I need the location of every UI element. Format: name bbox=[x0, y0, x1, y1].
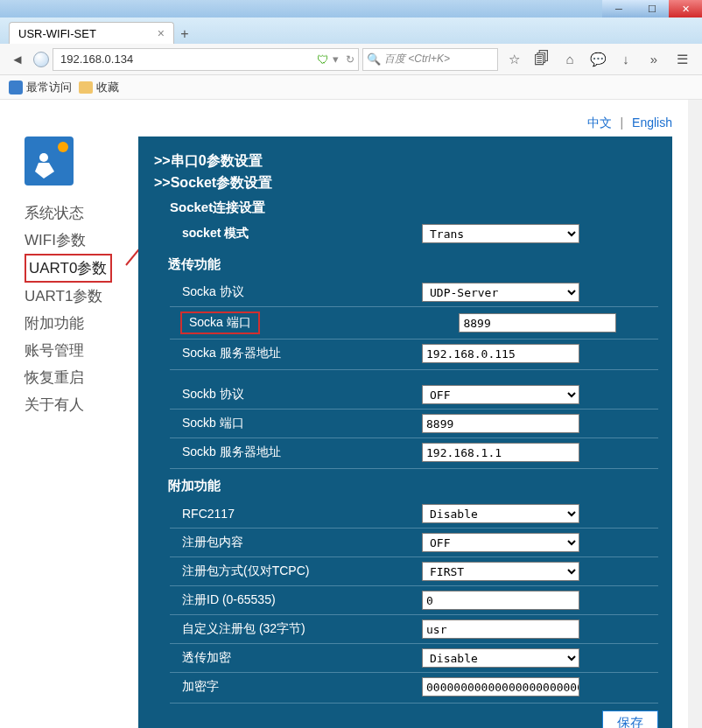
reg-custom-label: 自定义注册包 (32字节) bbox=[170, 621, 422, 637]
socket-mode-select[interactable]: Trans bbox=[422, 224, 579, 243]
sockb-proto-select[interactable]: OFF bbox=[422, 385, 579, 404]
passthru-heading: 透传功能 bbox=[168, 256, 658, 273]
sockb-proto-label: Sockb 协议 bbox=[170, 387, 422, 402]
socka-proto-select[interactable]: UDP-Server bbox=[422, 283, 579, 302]
brand-logo bbox=[25, 136, 74, 186]
home-icon[interactable]: ⌂ bbox=[558, 47, 582, 72]
search-icon: 🔍 bbox=[367, 52, 381, 66]
socka-port-input[interactable] bbox=[459, 313, 616, 332]
tab-title: USR-WIFI-SET bbox=[18, 27, 96, 40]
lang-sep: | bbox=[615, 116, 629, 130]
sockb-server-label: Sockb 服务器地址 bbox=[170, 444, 422, 460]
sidebar-item-4[interactable]: 附加功能 bbox=[25, 310, 121, 337]
security-shield-icon[interactable]: 🛡 bbox=[317, 52, 329, 66]
lang-zh-link[interactable]: 中文 bbox=[587, 116, 612, 130]
search-bar[interactable]: 🔍 百度 <Ctrl+K> bbox=[362, 48, 498, 71]
socket-conn-heading: Socket连接设置 bbox=[170, 200, 658, 216]
bookmark-most-visited[interactable]: 最常访问 bbox=[9, 80, 72, 95]
sockb-port-label: Sockb 端口 bbox=[170, 416, 422, 431]
lang-en-link[interactable]: English bbox=[632, 116, 672, 130]
menu-icon[interactable]: ☰ bbox=[670, 47, 694, 72]
dropdown-icon[interactable]: ▾ bbox=[329, 52, 342, 66]
reg-id-label: 注册ID (0-65535) bbox=[170, 592, 422, 608]
rfc-select[interactable]: Disable bbox=[422, 504, 579, 523]
bookmarks-bar: 最常访问 收藏 bbox=[0, 75, 702, 100]
reg-custom-input[interactable] bbox=[422, 620, 579, 639]
socka-server-label: Socka 服务器地址 bbox=[170, 346, 422, 361]
sidebar-item-3[interactable]: UART1参数 bbox=[25, 283, 121, 310]
browser-tab[interactable]: USR-WIFI-SET × bbox=[9, 22, 174, 44]
sockb-server-input[interactable] bbox=[422, 443, 579, 462]
new-tab-button[interactable]: + bbox=[174, 24, 195, 44]
browser-tabbar: USR-WIFI-SET × + bbox=[0, 18, 702, 44]
window-minimize-button[interactable]: ─ bbox=[602, 0, 635, 18]
key-input[interactable] bbox=[422, 677, 579, 696]
sidebar-item-5[interactable]: 账号管理 bbox=[25, 337, 121, 364]
language-switch: 中文 | English bbox=[25, 116, 672, 131]
breadcrumb-2: >>Socket参数设置 bbox=[154, 175, 272, 190]
tab-close-icon[interactable]: × bbox=[158, 26, 165, 40]
extra-heading: 附加功能 bbox=[168, 478, 658, 494]
page-body: 中文 | English 系统状态WIFI参数UART0参数UART1参数附加功… bbox=[0, 100, 702, 728]
search-hint: 百度 <Ctrl+K> bbox=[381, 52, 450, 66]
reg-content-select[interactable]: OFF bbox=[422, 533, 579, 552]
vertical-scrollbar[interactable] bbox=[688, 100, 702, 728]
address-bar[interactable]: 192.168.0.134 🛡 ▾ ↻ bbox=[53, 48, 359, 71]
socka-proto-label: Socka 协议 bbox=[170, 284, 422, 300]
bookmark-icon bbox=[9, 80, 23, 94]
sockb-port-input[interactable] bbox=[422, 414, 579, 433]
browser-toolbar: ◄ 192.168.0.134 🛡 ▾ ↻ 🔍 百度 <Ctrl+K> ☆ 🗐 … bbox=[0, 44, 702, 75]
rfc-label: RFC2117 bbox=[170, 507, 422, 521]
reg-mode-label: 注册包方式(仅对TCPC) bbox=[170, 564, 422, 579]
chat-icon[interactable]: 💬 bbox=[586, 47, 610, 72]
sidebar-item-6[interactable]: 恢复重启 bbox=[25, 364, 121, 391]
sidebar-item-2[interactable]: UART0参数 bbox=[25, 254, 112, 283]
enc-label: 透传加密 bbox=[170, 650, 422, 666]
download-icon[interactable]: ↓ bbox=[614, 47, 638, 72]
key-label: 加密字 bbox=[170, 679, 422, 695]
socket-mode-label: socket 模式 bbox=[170, 226, 422, 242]
folder-icon bbox=[79, 81, 93, 94]
overflow-icon[interactable]: » bbox=[642, 47, 666, 72]
reg-content-label: 注册包内容 bbox=[170, 535, 422, 550]
sidebar-item-7[interactable]: 关于有人 bbox=[25, 391, 121, 418]
window-maximize-button[interactable]: ☐ bbox=[635, 0, 669, 18]
config-panel: >>串口0参数设置 >>Socket参数设置 Socket连接设置 socket… bbox=[138, 136, 672, 728]
reload-icon[interactable]: ↻ bbox=[346, 53, 355, 66]
enc-select[interactable]: Disable bbox=[422, 648, 579, 668]
sidebar-item-1[interactable]: WIFI参数 bbox=[25, 227, 121, 254]
svg-point-0 bbox=[39, 153, 48, 162]
library-icon[interactable]: 🗐 bbox=[530, 47, 554, 72]
reg-id-input[interactable] bbox=[422, 591, 579, 610]
bookmark-favorites[interactable]: 收藏 bbox=[79, 80, 119, 95]
url-text: 192.168.0.134 bbox=[57, 52, 317, 66]
breadcrumb-1: >>串口0参数设置 bbox=[154, 153, 263, 168]
window-titlebar: ─ ☐ ✕ bbox=[0, 0, 702, 18]
sidebar: 系统状态WIFI参数UART0参数UART1参数附加功能账号管理恢复重启关于有人 bbox=[25, 136, 121, 728]
socka-server-input[interactable] bbox=[422, 344, 579, 363]
socka-port-label: Socka 端口 bbox=[180, 312, 260, 334]
sidebar-item-0[interactable]: 系统状态 bbox=[25, 200, 121, 227]
site-globe-icon bbox=[33, 52, 49, 67]
star-icon[interactable]: ☆ bbox=[502, 47, 526, 72]
save-button[interactable]: 保存 bbox=[602, 710, 658, 728]
window-close-button[interactable]: ✕ bbox=[669, 0, 702, 18]
nav-back-button[interactable]: ◄ bbox=[5, 47, 30, 72]
reg-mode-select[interactable]: FIRST bbox=[422, 562, 579, 581]
